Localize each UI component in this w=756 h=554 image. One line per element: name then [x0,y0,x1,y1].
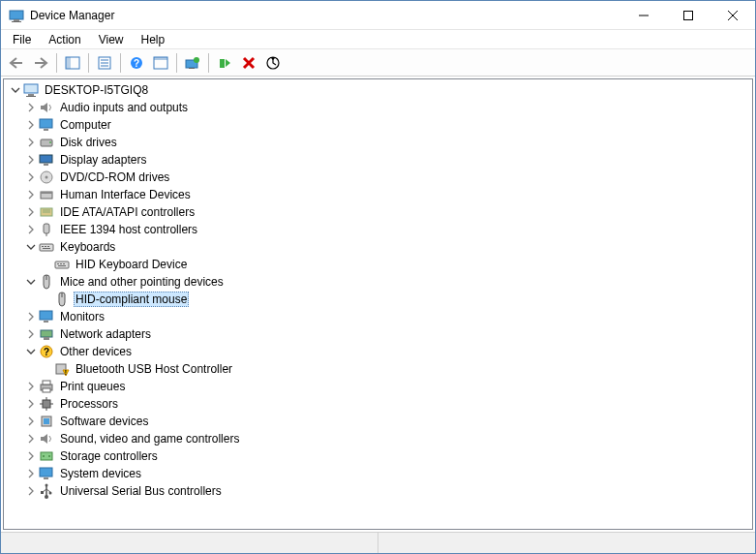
svg-rect-26 [26,96,36,97]
toolbar-separator [176,53,177,73]
collapsed-icon[interactable] [23,135,39,150]
svg-rect-56 [41,330,52,337]
tree-node-hid-mouse[interactable]: HID-compliant mouse [4,291,752,308]
printer-icon [39,379,54,394]
toolbar-scan-hardware-button[interactable] [261,52,285,74]
tree-node-disk[interactable]: Disk drives [4,134,752,151]
tree-label: Software devices [58,415,150,428]
toolbar-separator [88,53,89,73]
collapsed-icon[interactable] [23,309,39,324]
svg-rect-1 [14,19,19,21]
toolbar-enable-button[interactable] [213,52,236,74]
collapsed-icon[interactable] [23,326,39,342]
tree-root-node[interactable]: DESKTOP-I5TGIQ8 [4,81,752,99]
tree-node-ide[interactable]: IDE ATA/ATAPI controllers [4,203,752,221]
collapsed-icon[interactable] [23,100,39,115]
svg-rect-49 [60,263,62,264]
tree-label: Network adapters [58,327,153,341]
tree-label: DVD/CD-ROM drives [58,170,171,184]
close-button[interactable] [711,1,755,30]
collapsed-icon[interactable] [23,117,39,133]
toolbar-help-button[interactable]: ? [125,52,148,74]
maximize-button[interactable] [666,1,711,30]
tree-node-hid-keyboard[interactable]: HID Keyboard Device [4,256,752,273]
hid-icon [39,187,54,202]
tree-node-computer[interactable]: Computer [4,116,752,134]
toolbar-forward-button[interactable] [29,52,52,74]
tree-label: Keyboards [58,240,117,254]
tree-node-storage[interactable]: Storage controllers [4,447,752,465]
toolbar-update-driver-button[interactable] [181,52,204,74]
menu-action[interactable]: Action [41,31,88,48]
tree-node-bluetooth-usb[interactable]: ! Bluetooth USB Host Controller [4,360,752,378]
collapsed-icon[interactable] [23,187,39,202]
tree-node-printq[interactable]: Print queues [4,378,752,395]
tree-node-hid[interactable]: Human Interface Devices [4,186,752,203]
svg-rect-57 [44,337,49,340]
tree-label: HID Keyboard Device [74,258,189,271]
svg-rect-18 [189,68,195,69]
tree-node-keyboards[interactable]: Keyboards [4,238,752,256]
menu-file[interactable]: File [5,31,39,48]
tree-node-usb[interactable]: Universal Serial Bus controllers [4,482,752,500]
svg-rect-50 [63,263,65,264]
collapsed-icon[interactable] [23,152,39,168]
toolbar-separator [56,53,57,73]
svg-rect-76 [44,477,48,479]
monitor-icon [39,309,54,324]
monitor-icon [39,117,54,133]
collapsed-icon[interactable] [23,169,39,185]
system-icon [39,466,54,481]
svg-rect-25 [28,94,34,96]
expanded-icon[interactable] [8,82,23,98]
tree-node-audio[interactable]: Audio inputs and outputs [4,99,752,116]
tree-node-system[interactable]: System devices [4,465,752,482]
svg-text:?: ? [134,58,139,69]
toolbar-uninstall-button[interactable] [237,52,260,74]
collapsed-icon[interactable] [23,483,39,499]
tree-node-display[interactable]: Display adapters [4,151,752,169]
display-adapter-icon [39,152,54,168]
tree-node-other[interactable]: ? Other devices [4,343,752,360]
toolbar-properties-button[interactable] [93,52,116,74]
tree-node-mice[interactable]: Mice and other pointing devices [4,273,752,291]
cpu-icon [39,396,54,412]
expanded-icon[interactable] [23,239,39,255]
expanded-icon[interactable] [23,344,39,359]
svg-rect-27 [40,119,52,128]
warning-device-icon: ! [54,361,70,377]
tree-label: Monitors [58,310,106,323]
svg-rect-72 [41,452,52,460]
svg-rect-8 [66,57,71,69]
tree-label: Human Interface Devices [58,188,193,201]
menu-help[interactable]: Help [134,31,173,48]
tree-node-network[interactable]: Network adapters [4,325,752,343]
tree-label: Audio inputs and outputs [58,101,190,114]
collapsed-icon[interactable] [23,396,39,412]
menu-view[interactable]: View [91,31,132,48]
svg-rect-42 [40,244,53,251]
tree-node-ieee1394[interactable]: IEEE 1394 host controllers [4,221,752,238]
minimize-button[interactable] [621,1,666,30]
tree-node-monitors[interactable]: Monitors [4,308,752,325]
svg-rect-55 [44,321,48,323]
toolbar-show-hide-console-button[interactable] [61,52,84,74]
expanded-icon[interactable] [23,274,39,290]
collapsed-icon[interactable] [23,379,39,394]
collapsed-icon[interactable] [23,431,39,446]
tree-root-label: DESKTOP-I5TGIQ8 [43,83,150,97]
toolbar-back-button[interactable] [5,52,28,74]
tree-node-sound[interactable]: Sound, video and game controllers [4,430,752,447]
tree-node-dvd[interactable]: DVD/CD-ROM drives [4,169,752,186]
tree-node-software[interactable]: Software devices [4,413,752,430]
device-tree-pane[interactable]: DESKTOP-I5TGIQ8 Audio inputs and outputs… [3,78,753,530]
toolbar-action-button[interactable] [149,52,172,74]
collapsed-icon[interactable] [23,222,39,237]
tree-node-processors[interactable]: Processors [4,395,752,413]
tree-label: Bluetooth USB Host Controller [74,362,234,376]
collapsed-icon[interactable] [23,448,39,464]
svg-text:?: ? [44,347,49,357]
collapsed-icon[interactable] [23,204,39,220]
collapsed-icon[interactable] [23,414,39,429]
collapsed-icon[interactable] [23,466,39,481]
